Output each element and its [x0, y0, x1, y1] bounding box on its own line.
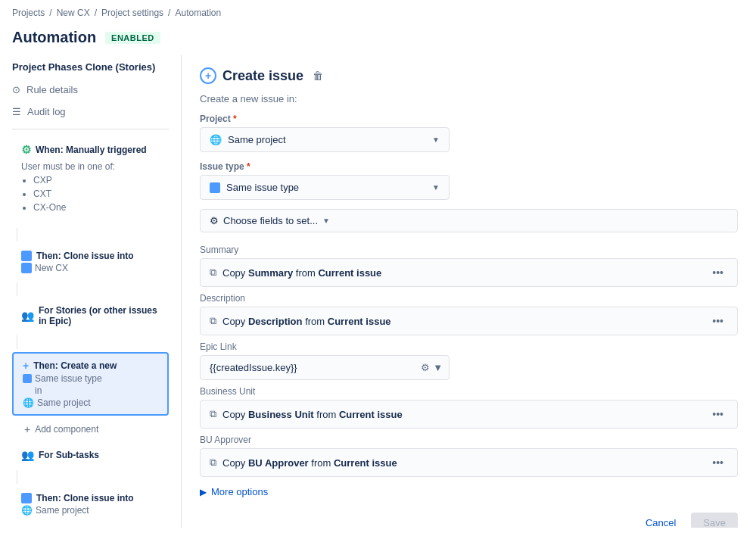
breadcrumb-project-settings[interactable]: Project settings [101, 8, 163, 18]
summary-content: ⧉ Copy Summary from Current issue [210, 266, 381, 279]
settings-icon[interactable]: ⚙ [421, 362, 430, 373]
epic-link-dropdown-arrow[interactable]: ▼ [433, 362, 443, 373]
project-name: Project Phases Clone (Stories) [0, 55, 181, 79]
issue-type-field-group: Issue type * Same issue type ▼ [200, 161, 738, 200]
document-icon: ☰ [12, 106, 21, 117]
chevron-right-icon: ▶ [200, 487, 207, 497]
breadcrumb-automation[interactable]: Automation [175, 8, 221, 18]
nested-container: + Then: Create a new Same issue type in … [12, 352, 169, 416]
create-new-issue-type: Same issue type [23, 373, 158, 384]
enabled-badge: ENABLED [105, 32, 160, 44]
create-new-project: 🌐 Same project [23, 397, 158, 408]
globe-icon-project: 🌐 [210, 134, 222, 145]
audit-log-label: Audit log [27, 106, 66, 117]
issue-type-select[interactable]: Same issue type ▼ [200, 175, 450, 200]
globe-icon-2: 🌐 [21, 505, 33, 516]
project-required: * [233, 114, 237, 124]
business-unit-label: Business Unit [200, 386, 738, 397]
project-dropdown-arrow: ▼ [432, 136, 440, 144]
then-clone-subtasks[interactable]: Then: Clone issue into 🌐 Same project [12, 487, 169, 522]
for-stories-label: 👥 For Stories (or other issues in Epic) [21, 305, 160, 326]
panel-header: + Create issue 🗑 [200, 67, 738, 84]
business-unit-row: ⧉ Copy Business Unit from Current issue … [200, 400, 738, 429]
breadcrumb-projects[interactable]: Projects [12, 8, 45, 18]
summary-more-btn[interactable]: ••• [708, 265, 728, 280]
copy-icon-description: ⧉ [210, 315, 216, 327]
breadcrumb: Projects / New CX / Project settings / A… [0, 0, 756, 26]
business-unit-more-btn[interactable]: ••• [708, 407, 728, 422]
panel-subtitle: Create a new issue in: [200, 93, 738, 104]
issue-type-required: * [247, 161, 250, 172]
page-header: Automation ENABLED [0, 26, 756, 55]
trigger-desc: User must be in one of: CXP CXT CX-One [21, 160, 160, 214]
issue-type-select-value: Same issue type [210, 182, 299, 193]
panel-footer: Cancel Save [200, 500, 738, 528]
issue-type-icon [23, 374, 32, 383]
bu-approver-label: BU Approver [200, 435, 738, 445]
sidebar-item-audit-log[interactable]: ☰ Audit log [0, 101, 181, 123]
project-select-value: 🌐 Same project [210, 134, 286, 145]
summary-section: Summary ⧉ Copy Summary from Current issu… [200, 245, 738, 287]
for-stories-block[interactable]: 👥 For Stories (or other issues in Epic) [12, 299, 169, 332]
page-title: Automation [12, 29, 96, 46]
for-subtasks-block[interactable]: 👥 For Sub-tasks [12, 443, 169, 467]
breadcrumb-new-cx[interactable]: New CX [57, 8, 90, 18]
description-section: Description ⧉ Copy Description from Curr… [200, 293, 738, 335]
clone-icon [21, 251, 32, 261]
copy-icon-bu-approver: ⧉ [210, 457, 216, 469]
sidebar-item-rule-details[interactable]: ⊙ Rule details [0, 79, 181, 101]
description-label: Description [200, 293, 738, 304]
main-layout: Project Phases Clone (Stories) ⊙ Rule de… [0, 55, 756, 528]
clone-icon-2 [21, 493, 32, 503]
then-clone-block[interactable]: Then: Clone issue into New CX [12, 245, 169, 279]
project-label: Project * [200, 114, 738, 124]
add-component-btn-1[interactable]: + Add component [12, 419, 181, 440]
subtasks-connector [17, 470, 181, 484]
for-subtasks-label: 👥 For Sub-tasks [21, 449, 160, 461]
more-options[interactable]: ▶ More options [200, 483, 738, 500]
people-icon-2: 👥 [21, 449, 34, 461]
copy-icon-summary: ⧉ [210, 266, 216, 279]
issue-type-dropdown-arrow: ▼ [432, 183, 440, 192]
bu-approver-section: BU Approver ⧉ Copy BU Approver from Curr… [200, 435, 738, 477]
add-icon-1: + [24, 423, 30, 435]
people-icon: 👥 [21, 310, 34, 322]
then-clone-subtasks-detail: 🌐 Same project [21, 505, 160, 516]
trigger-icon: ⚙ [21, 143, 31, 157]
summary-label: Summary [200, 245, 738, 255]
save-button[interactable]: Save [691, 513, 738, 528]
business-unit-section: Business Unit ⧉ Copy Business Unit from … [200, 386, 738, 429]
description-more-btn[interactable]: ••• [708, 313, 728, 329]
create-new-block[interactable]: + Then: Create a new Same issue type in … [12, 352, 169, 416]
copy-icon-bu: ⧉ [210, 408, 216, 420]
panel-title: Create issue [222, 68, 303, 84]
project-select[interactable]: 🌐 Same project ▼ [200, 127, 450, 152]
bu-approver-more-btn[interactable]: ••• [708, 455, 728, 470]
then-clone-label: Then: Clone issue into [21, 251, 160, 261]
sidebar: Project Phases Clone (Stories) ⊙ Rule de… [0, 55, 182, 528]
create-new-in: in [23, 385, 158, 396]
right-panel: + Create issue 🗑 Create a new issue in: … [182, 55, 756, 528]
bu-approver-content: ⧉ Copy BU Approver from Current issue [210, 457, 397, 469]
plus-circle-icon: + [200, 67, 216, 84]
connector-line [17, 228, 17, 242]
issue-type-label: Issue type * [200, 161, 738, 172]
then-clone-detail: New CX [21, 263, 160, 273]
description-row: ⧉ Copy Description from Current issue ••… [200, 307, 738, 335]
epic-link-input[interactable] [201, 356, 415, 379]
trigger-item: CXT [33, 187, 160, 201]
issue-type-icon-panel [210, 182, 220, 193]
trigger-block[interactable]: ⚙ When: Manually triggered User must be … [12, 136, 169, 222]
epic-link-label: Epic Link [200, 341, 738, 352]
info-icon: ⊙ [12, 84, 20, 95]
description-content: ⧉ Copy Description from Current issue [210, 315, 391, 327]
nested-connector [17, 335, 181, 349]
choose-fields-btn[interactable]: ⚙ Choose fields to set... ▼ [200, 209, 738, 232]
gear-icon: ⚙ [210, 215, 219, 226]
cancel-button[interactable]: Cancel [636, 513, 685, 528]
epic-link-controls: ⚙ ▼ [415, 362, 449, 373]
trigger-items: CXP CXT CX-One [21, 173, 160, 214]
create-new-label: + Then: Create a new [23, 360, 158, 372]
trash-icon[interactable]: 🗑 [313, 70, 323, 82]
add-component-btn-2[interactable]: + Add component [12, 525, 181, 528]
